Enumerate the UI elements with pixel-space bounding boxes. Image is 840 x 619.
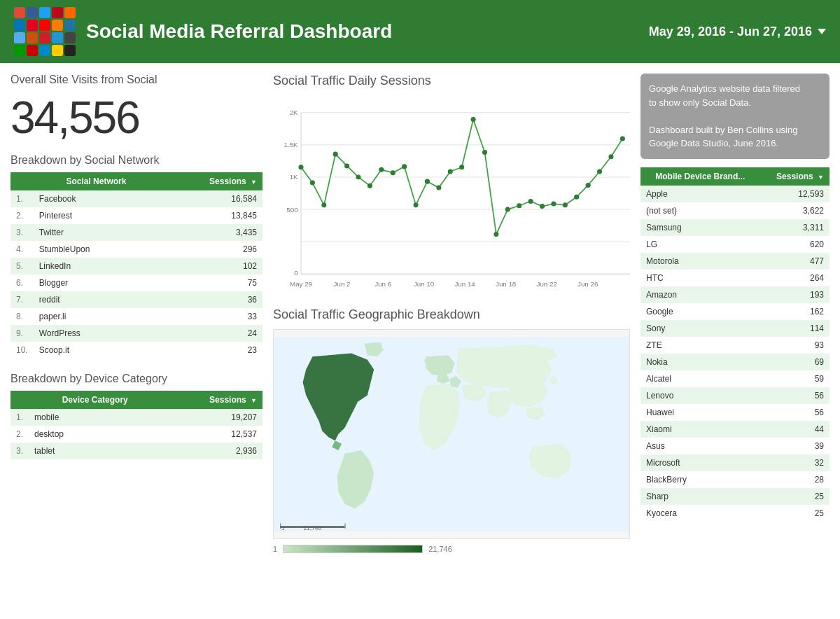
list-item: Asus 39 [640,438,830,454]
mobile-sort-arrow-icon: ▼ [818,174,824,181]
chart-dot [402,164,407,169]
brand-sessions-cell: 59 [760,370,830,387]
table-row: 10. Scoop.it 23 [10,342,262,359]
map-title: Social Traffic Geographic Breakdown [273,307,630,322]
chart-dot [471,117,476,122]
sessions-cell: 2,936 [161,443,262,459]
mobile-device-table: Mobile Device Brand... Sessions ▼ Apple … [640,167,830,522]
sessions-cell: 19,207 [161,409,262,426]
network-name-cell: Facebook [34,190,160,207]
brand-name-cell: Google [640,303,760,320]
svg-rect-24 [345,523,346,528]
table-row: 3. Twitter 3,435 [10,224,262,241]
brand-sessions-cell: 12,593 [760,186,830,202]
info-line2: Dashboard built by Ben Collins using Goo… [649,123,821,151]
brand-name-cell: HTC [640,270,760,286]
table-row: 2. Pinterest 13,845 [10,207,262,224]
list-item: Amazon 193 [640,286,830,303]
device-name-cell: desktop [29,426,161,443]
map-legend: 1 21,746 [273,545,630,553]
sessions-cell: 3,435 [159,224,262,241]
info-line1: Google Analytics website data filtered t… [649,82,821,109]
legend-max: 21,746 [428,545,452,553]
sessions-cell: 12,537 [161,426,262,443]
list-item: Microsoft 32 [640,454,830,471]
list-item: ZTE 93 [640,337,830,354]
list-item: Samsung 3,311 [640,219,830,236]
list-item: Nokia 69 [640,354,830,370]
sessions-cell: 296 [159,241,262,258]
list-item: Lenovo 56 [640,387,830,404]
rank-cell: 2. [10,207,34,224]
mobile-brand-col: Mobile Device Brand... [640,167,760,186]
visits-label: Overall Site Visits from Social [10,74,262,86]
sessions-cell: 36 [159,291,262,308]
table-row: 1. mobile 19,207 [10,409,262,426]
date-dropdown-icon[interactable] [818,29,826,34]
sort-arrow-icon: ▼ [251,179,257,186]
svg-text:Jun 26: Jun 26 [578,280,598,288]
device-name-cell: mobile [29,409,161,426]
brand-sessions-cell: 25 [760,505,830,522]
network-name-cell: WordPress [34,325,160,342]
brand-name-cell: Huawei [640,404,760,421]
delicious-icon [52,32,63,43]
rank-cell: 3. [10,224,34,241]
chart-dot [551,202,556,207]
network-name-cell: reddit [34,291,160,308]
date-range[interactable]: May 29, 2016 - Jun 27, 2016 [649,25,826,39]
blogger-icon [52,20,63,31]
svg-text:1: 1 [281,524,285,531]
list-item: LG 620 [640,236,830,253]
chart-dot [414,202,419,207]
brand-sessions-cell: 114 [760,320,830,337]
brand-sessions-cell: 477 [760,253,830,270]
list-item: Kyocera 25 [640,505,830,522]
middle-column: Social Traffic Daily Sessions 2K 1.5K 1K… [273,74,630,553]
table-row: 7. reddit 36 [10,291,262,308]
table-row: 6. Blogger 75 [10,274,262,291]
brand-sessions-cell: 93 [760,337,830,354]
brand-sessions-cell: 44 [760,421,830,438]
chart-dot [517,203,522,208]
linkedin-icon [14,20,25,31]
brand-name-cell: (not set) [640,202,760,219]
device-sort-arrow-icon: ▼ [251,397,257,404]
social-icons-group [14,7,76,56]
brand-name-cell: Microsoft [640,454,760,471]
sessions-cell: 102 [159,258,262,274]
reddit-icon [64,7,76,18]
chart-dot [608,154,613,159]
brand-name-cell: BlackBerry [640,471,760,488]
brand-sessions-cell: 32 [760,454,830,471]
list-item: BlackBerry 28 [640,471,830,488]
chart-dot [391,170,396,175]
brand-sessions-cell: 264 [760,270,830,286]
brand-name-cell: Samsung [640,219,760,236]
brand-name-cell: LG [640,236,760,253]
svg-text:0: 0 [294,269,298,277]
svg-text:Jun 10: Jun 10 [414,280,435,288]
brand-sessions-cell: 28 [760,471,830,488]
chart-dot [482,150,487,155]
svg-text:Jun 2: Jun 2 [334,280,351,288]
device-table-header: Device Category Sessions ▼ [10,391,262,409]
svg-text:Jun 18: Jun 18 [496,280,516,288]
brand-sessions-cell: 3,622 [760,202,830,219]
rank-cell: 6. [10,274,34,291]
svg-text:500: 500 [286,206,298,214]
paper-icon [27,45,38,56]
list-item: Motorola 477 [640,253,830,270]
network-name-cell: StumbleUpon [34,241,160,258]
brand-name-cell: Sony [640,320,760,337]
svg-text:1K: 1K [290,173,298,181]
brand-sessions-cell: 162 [760,303,830,320]
rank-cell: 1. [10,190,34,207]
device-name-cell: tablet [29,443,161,459]
table-row: 1. Facebook 16,584 [10,190,262,207]
rank-cell: 9. [10,325,34,342]
mobile-table-header: Mobile Device Brand... Sessions ▼ [640,167,830,186]
sessions-cell: 33 [159,308,262,325]
rank-cell: 4. [10,241,34,258]
rank-cell: 10. [10,342,34,359]
